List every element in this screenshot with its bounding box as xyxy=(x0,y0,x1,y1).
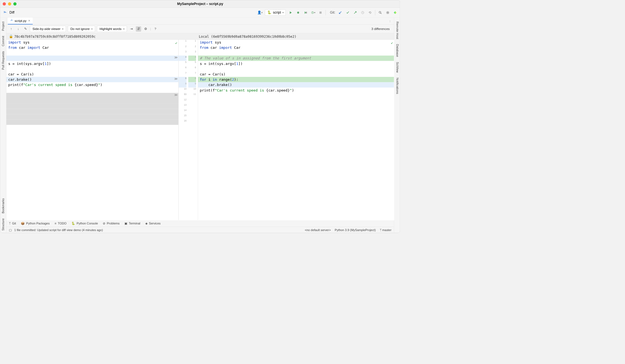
sidebar-tab-remote-host[interactable]: Remote Host xyxy=(395,19,400,41)
window-title: MySampleProject – script.py xyxy=(177,2,223,6)
next-diff-button[interactable]: ↓ xyxy=(16,26,21,31)
warning-icon: ⊘ xyxy=(103,222,105,225)
prev-diff-button[interactable]: ↑ xyxy=(9,26,14,31)
bottom-tab-todo[interactable]: ≡TODO xyxy=(55,222,67,225)
bottom-tool-tabs: ᛘGit 📦Python Packages ≡TODO 🐍Python Cons… xyxy=(6,220,394,227)
run-config-label: script xyxy=(273,11,281,14)
status-server[interactable]: <no default server> xyxy=(305,228,331,232)
git-push-button[interactable] xyxy=(353,10,358,15)
bottom-tab-python-console[interactable]: 🐍Python Console xyxy=(71,222,98,225)
sidebar-tab-pull-requests[interactable]: Pull Requests xyxy=(1,49,6,72)
apply-diff-arrow[interactable]: ≫ xyxy=(174,55,178,59)
sidebar-tab-commit[interactable]: Commit xyxy=(1,33,6,49)
status-layout-icon[interactable]: ▢ xyxy=(9,228,12,232)
stop-button[interactable] xyxy=(318,10,323,15)
status-message: 1 file committed: Updated script for dif… xyxy=(14,228,103,232)
coverage-button[interactable] xyxy=(303,10,308,15)
ignore-dropdown[interactable]: Do not ignore▾ xyxy=(68,26,95,32)
sidebar-tab-structure[interactable]: Structure xyxy=(1,216,6,233)
lock-icon: 🔒 xyxy=(9,34,13,39)
diff-right-pane[interactable]: ✔ import sys from car import Car # The v… xyxy=(198,40,394,220)
bottom-tab-python-packages[interactable]: 📦Python Packages xyxy=(21,222,49,225)
branch-icon: ᛘ xyxy=(9,222,11,225)
right-sidebar: Remote Host Database SciView Notificatio… xyxy=(394,17,400,233)
svg-point-6 xyxy=(387,12,388,13)
editor-tabs-bar: script.py ✕ ⋮ xyxy=(6,17,394,25)
run-button[interactable] xyxy=(288,10,293,15)
diff-settings-button[interactable]: ⚙ xyxy=(143,26,148,31)
git-rollback-button[interactable] xyxy=(368,10,373,15)
git-commit-button[interactable] xyxy=(345,10,350,15)
status-branch[interactable]: ᛘ master xyxy=(380,228,392,232)
branch-icon: ᛘ xyxy=(380,228,381,232)
bottom-tab-git[interactable]: ᛘGit xyxy=(9,222,16,225)
file-tab-label: script.py xyxy=(14,19,26,22)
diff-icon[interactable] xyxy=(3,10,8,15)
toolbar-separator xyxy=(326,10,326,15)
sidebar-tab-database[interactable]: Database xyxy=(395,42,400,60)
status-bar: ▢ 1 file committed: Updated script for d… xyxy=(6,227,394,233)
collapse-unchanged-button[interactable]: ⇥ xyxy=(129,26,134,31)
edit-icon[interactable]: ✎ xyxy=(23,26,28,31)
left-revision-hash: 78c4b7b97a78759c69c8dff8f7185d809202059c xyxy=(14,34,96,38)
diff-toolbar: ↑ ↓ ✎ Side-by-side viewer▾ Do not ignore… xyxy=(6,25,394,33)
status-python[interactable]: Python 3.9 (MySampleProject) xyxy=(335,228,376,232)
apply-diff-arrow[interactable]: ≫ xyxy=(174,77,178,81)
user-icon[interactable]: 👤▾ xyxy=(258,10,262,15)
help-button[interactable]: ? xyxy=(153,26,158,31)
sidebar-tab-notifications[interactable]: Notifications xyxy=(395,75,400,97)
package-icon: 📦 xyxy=(21,222,24,225)
git-history-button[interactable] xyxy=(360,10,365,15)
svg-rect-1 xyxy=(306,12,307,13)
services-icon: ◈ xyxy=(145,222,148,225)
sidebar-tab-project[interactable]: Project xyxy=(1,19,6,33)
viewer-mode-dropdown[interactable]: Side-by-side viewer▾ xyxy=(30,26,66,32)
sync-scroll-button[interactable]: ⇵ xyxy=(136,26,141,31)
highlight-dropdown[interactable]: Highlight words▾ xyxy=(97,26,127,32)
diff-view: ✔ import sys from car import Car s = int… xyxy=(6,40,394,220)
toolbar-separator xyxy=(375,10,375,15)
close-window-button[interactable] xyxy=(3,2,6,6)
diff-gutter: 123 ≫4 567 ≫8 9 10 ≫11 1213141516 123 4 … xyxy=(179,40,198,220)
close-tab-button[interactable]: ✕ xyxy=(28,19,30,22)
diff-label: Diff xyxy=(9,11,14,14)
terminal-icon: ▣ xyxy=(124,222,127,225)
window-titlebar: MySampleProject – script.py xyxy=(0,0,400,8)
tabs-more-button[interactable]: ⋮ xyxy=(386,20,394,22)
diff-count-label: 3 differences xyxy=(371,27,392,31)
svg-rect-3 xyxy=(319,11,322,14)
sidebar-tab-bookmarks[interactable]: Bookmarks xyxy=(1,196,6,216)
profile-button[interactable]: ▾ xyxy=(311,10,316,15)
diff-file-icon xyxy=(10,19,13,22)
apply-diff-arrow[interactable]: ≫ xyxy=(174,93,178,97)
list-icon: ≡ xyxy=(55,222,56,225)
diff-left-pane[interactable]: ✔ import sys from car import Car s = int… xyxy=(6,40,178,220)
sidebar-tab-sciview[interactable]: SciView xyxy=(395,59,400,75)
bottom-tab-problems[interactable]: ⊘Problems xyxy=(103,222,119,225)
inspection-ok-icon: ✔ xyxy=(175,40,177,46)
revision-bar: 🔒78c4b7b97a78759c69c8dff8f7185d809202059… xyxy=(6,33,394,40)
left-sidebar: Project Commit Pull Requests Bookmarks S… xyxy=(0,17,6,233)
inspection-ok-icon: ✔ xyxy=(391,40,393,46)
minimize-window-button[interactable] xyxy=(8,2,11,6)
main-toolbar: Diff 👤▾ 🐍 script ▾ ▾ Git: xyxy=(0,8,400,18)
bottom-tab-services[interactable]: ◈Services xyxy=(145,222,161,225)
python-icon: 🐍 xyxy=(267,11,271,15)
svg-point-5 xyxy=(379,11,381,13)
git-pull-button[interactable] xyxy=(338,10,343,15)
zoom-window-button[interactable] xyxy=(13,2,17,6)
debug-button[interactable] xyxy=(296,10,301,15)
right-revision-label: Local (6e8f5569b9d0a878a98169399236c10d0… xyxy=(199,34,296,38)
git-label: Git: xyxy=(330,11,335,14)
search-button[interactable] xyxy=(378,10,383,15)
run-config-dropdown[interactable]: 🐍 script ▾ xyxy=(265,9,286,16)
file-tab-script[interactable]: script.py ✕ xyxy=(8,17,33,24)
bottom-tab-terminal[interactable]: ▣Terminal xyxy=(124,222,140,225)
chevron-down-icon: ▾ xyxy=(282,11,284,14)
settings-button[interactable] xyxy=(385,10,390,15)
python-icon: 🐍 xyxy=(71,222,75,225)
ide-logo-icon[interactable] xyxy=(393,10,398,15)
